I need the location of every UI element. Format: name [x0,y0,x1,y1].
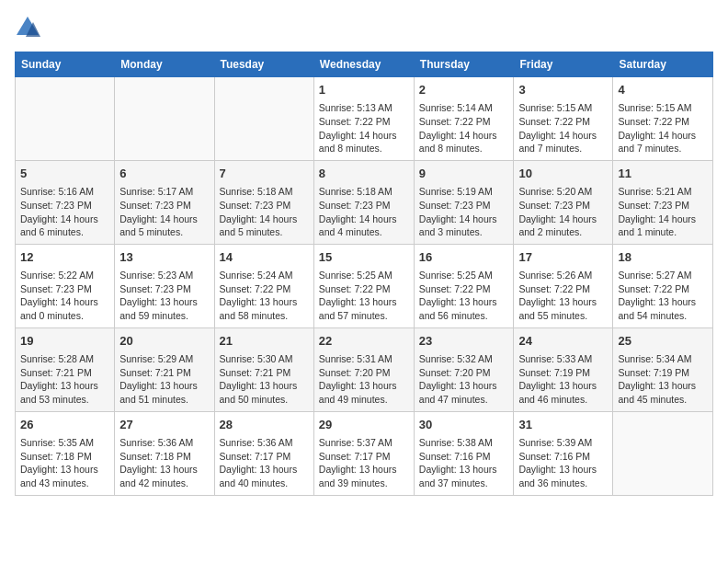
logo [15,15,44,40]
day-number: 10 [518,166,608,182]
calendar-week-row: 12Sunrise: 5:22 AM Sunset: 7:23 PM Dayli… [16,244,713,327]
day-number: 17 [518,249,608,266]
day-number: 18 [618,249,708,266]
cell-content: Sunrise: 5:15 AM Sunset: 7:22 PM Dayligh… [618,101,708,155]
calendar-cell: 24Sunrise: 5:33 AM Sunset: 7:19 PM Dayli… [514,327,613,411]
calendar-cell: 5Sunrise: 5:16 AM Sunset: 7:23 PM Daylig… [16,160,115,244]
cell-content: Sunrise: 5:39 AM Sunset: 7:16 PM Dayligh… [518,436,608,490]
cell-content: Sunrise: 5:36 AM Sunset: 7:18 PM Dayligh… [119,436,209,490]
cell-content: Sunrise: 5:20 AM Sunset: 7:23 PM Dayligh… [518,185,608,239]
calendar-cell [16,77,115,161]
cell-content: Sunrise: 5:38 AM Sunset: 7:16 PM Dayligh… [419,436,509,490]
day-number: 22 [319,333,409,350]
cell-content: Sunrise: 5:28 AM Sunset: 7:21 PM Dayligh… [20,352,109,407]
calendar-cell: 17Sunrise: 5:26 AM Sunset: 7:22 PM Dayli… [514,244,613,327]
cell-content: Sunrise: 5:21 AM Sunset: 7:23 PM Dayligh… [618,185,708,239]
calendar-cell: 4Sunrise: 5:15 AM Sunset: 7:22 PM Daylig… [613,77,713,161]
logo-icon [15,15,40,40]
calendar-cell: 22Sunrise: 5:31 AM Sunset: 7:20 PM Dayli… [313,327,414,411]
day-header-tuesday: Tuesday [214,52,313,77]
page-header [15,15,713,40]
day-number: 4 [618,82,708,98]
calendar-week-row: 19Sunrise: 5:28 AM Sunset: 7:21 PM Dayli… [16,327,713,411]
day-number: 28 [220,417,309,433]
calendar-cell: 3Sunrise: 5:15 AM Sunset: 7:22 PM Daylig… [514,77,613,161]
day-number: 30 [419,417,509,433]
day-number: 21 [220,333,309,350]
calendar-cell: 26Sunrise: 5:35 AM Sunset: 7:18 PM Dayli… [16,411,115,495]
calendar-week-row: 26Sunrise: 5:35 AM Sunset: 7:18 PM Dayli… [16,411,713,495]
calendar-cell: 19Sunrise: 5:28 AM Sunset: 7:21 PM Dayli… [16,327,115,411]
cell-content: Sunrise: 5:29 AM Sunset: 7:21 PM Dayligh… [119,352,209,407]
day-header-wednesday: Wednesday [313,52,414,77]
calendar-cell [613,411,713,495]
calendar-cell: 1Sunrise: 5:13 AM Sunset: 7:22 PM Daylig… [313,77,414,161]
calendar-week-row: 1Sunrise: 5:13 AM Sunset: 7:22 PM Daylig… [16,77,713,161]
day-number: 24 [518,333,608,350]
day-header-monday: Monday [115,52,214,77]
calendar-cell: 7Sunrise: 5:18 AM Sunset: 7:23 PM Daylig… [214,160,313,244]
cell-content: Sunrise: 5:24 AM Sunset: 7:22 PM Dayligh… [220,269,309,323]
calendar-cell: 28Sunrise: 5:36 AM Sunset: 7:17 PM Dayli… [214,411,313,495]
calendar-cell: 31Sunrise: 5:39 AM Sunset: 7:16 PM Dayli… [514,411,613,495]
day-header-thursday: Thursday [414,52,514,77]
calendar-cell: 13Sunrise: 5:23 AM Sunset: 7:23 PM Dayli… [115,244,214,327]
day-number: 6 [119,166,209,182]
calendar-cell: 23Sunrise: 5:32 AM Sunset: 7:20 PM Dayli… [414,327,514,411]
day-number: 9 [419,166,509,182]
day-number: 20 [119,333,209,350]
calendar-cell: 12Sunrise: 5:22 AM Sunset: 7:23 PM Dayli… [16,244,115,327]
calendar-cell: 6Sunrise: 5:17 AM Sunset: 7:23 PM Daylig… [115,160,214,244]
cell-content: Sunrise: 5:19 AM Sunset: 7:23 PM Dayligh… [419,185,509,239]
day-number: 29 [319,417,409,433]
cell-content: Sunrise: 5:27 AM Sunset: 7:22 PM Dayligh… [618,269,708,323]
cell-content: Sunrise: 5:15 AM Sunset: 7:22 PM Dayligh… [518,101,608,155]
day-number: 19 [20,333,109,350]
calendar-cell: 15Sunrise: 5:25 AM Sunset: 7:22 PM Dayli… [313,244,414,327]
day-number: 5 [20,166,109,182]
day-number: 7 [220,166,309,182]
cell-content: Sunrise: 5:18 AM Sunset: 7:23 PM Dayligh… [319,185,409,239]
day-number: 23 [419,333,509,350]
cell-content: Sunrise: 5:17 AM Sunset: 7:23 PM Dayligh… [119,185,209,239]
cell-content: Sunrise: 5:31 AM Sunset: 7:20 PM Dayligh… [319,352,409,407]
calendar-cell: 20Sunrise: 5:29 AM Sunset: 7:21 PM Dayli… [115,327,214,411]
cell-content: Sunrise: 5:25 AM Sunset: 7:22 PM Dayligh… [319,269,409,323]
calendar-header-row: SundayMondayTuesdayWednesdayThursdayFrid… [16,52,713,77]
cell-content: Sunrise: 5:22 AM Sunset: 7:23 PM Dayligh… [20,269,109,323]
calendar-cell: 21Sunrise: 5:30 AM Sunset: 7:21 PM Dayli… [214,327,313,411]
day-number: 27 [119,417,209,433]
calendar-cell: 11Sunrise: 5:21 AM Sunset: 7:23 PM Dayli… [613,160,713,244]
calendar-cell: 16Sunrise: 5:25 AM Sunset: 7:22 PM Dayli… [414,244,514,327]
day-number: 12 [20,249,109,266]
day-number: 14 [220,249,309,266]
cell-content: Sunrise: 5:25 AM Sunset: 7:22 PM Dayligh… [419,269,509,323]
calendar-cell: 25Sunrise: 5:34 AM Sunset: 7:19 PM Dayli… [613,327,713,411]
day-number: 15 [319,249,409,266]
calendar-cell: 18Sunrise: 5:27 AM Sunset: 7:22 PM Dayli… [613,244,713,327]
cell-content: Sunrise: 5:37 AM Sunset: 7:17 PM Dayligh… [319,436,409,490]
cell-content: Sunrise: 5:36 AM Sunset: 7:17 PM Dayligh… [220,436,309,490]
cell-content: Sunrise: 5:23 AM Sunset: 7:23 PM Dayligh… [119,269,209,323]
calendar-cell: 8Sunrise: 5:18 AM Sunset: 7:23 PM Daylig… [313,160,414,244]
day-number: 11 [618,166,708,182]
day-number: 16 [419,249,509,266]
day-header-sunday: Sunday [16,52,115,77]
cell-content: Sunrise: 5:30 AM Sunset: 7:21 PM Dayligh… [220,352,309,407]
calendar-cell: 2Sunrise: 5:14 AM Sunset: 7:22 PM Daylig… [414,77,514,161]
cell-content: Sunrise: 5:34 AM Sunset: 7:19 PM Dayligh… [618,352,708,407]
cell-content: Sunrise: 5:35 AM Sunset: 7:18 PM Dayligh… [20,436,109,490]
day-number: 1 [319,82,409,98]
calendar-cell [115,77,214,161]
calendar-cell: 14Sunrise: 5:24 AM Sunset: 7:22 PM Dayli… [214,244,313,327]
calendar-table: SundayMondayTuesdayWednesdayThursdayFrid… [15,52,713,496]
day-number: 8 [319,166,409,182]
calendar-cell: 9Sunrise: 5:19 AM Sunset: 7:23 PM Daylig… [414,160,514,244]
day-header-saturday: Saturday [613,52,713,77]
calendar-cell: 30Sunrise: 5:38 AM Sunset: 7:16 PM Dayli… [414,411,514,495]
day-number: 3 [518,82,608,98]
calendar-cell [214,77,313,161]
day-header-friday: Friday [514,52,613,77]
calendar-cell: 27Sunrise: 5:36 AM Sunset: 7:18 PM Dayli… [115,411,214,495]
cell-content: Sunrise: 5:32 AM Sunset: 7:20 PM Dayligh… [419,352,509,407]
